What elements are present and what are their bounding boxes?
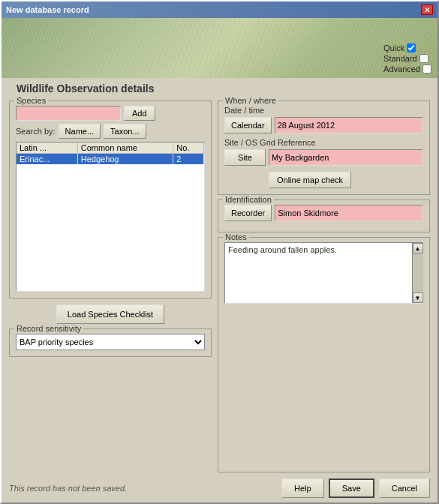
- title-bar: New database record ✕: [2, 2, 437, 18]
- status-text: This record has not been saved.: [9, 484, 127, 493]
- scroll-down-arrow[interactable]: ▼: [413, 292, 423, 303]
- site-button[interactable]: Site: [224, 149, 266, 166]
- close-button[interactable]: ✕: [421, 4, 433, 15]
- action-buttons: Help Save Cancel: [281, 478, 430, 498]
- site-os-label: Site / OS Grid Reference: [224, 138, 423, 147]
- col-common-header: Common name: [77, 142, 173, 154]
- cell-latin: Erinac...: [17, 154, 77, 165]
- notes-scrollbar: ▲ ▼: [412, 243, 422, 303]
- page-title: Wildlife Observation details: [17, 82, 430, 94]
- col-latin-header: Latin ...: [17, 142, 77, 154]
- recorder-button[interactable]: Recorder: [224, 205, 272, 221]
- cancel-button[interactable]: Cancel: [379, 478, 430, 498]
- name-button[interactable]: Name...: [59, 124, 101, 139]
- add-button[interactable]: Add: [124, 106, 155, 121]
- content-area: Wildlife Observation details Species Add…: [2, 78, 437, 502]
- search-by-label: Search by:: [16, 127, 56, 136]
- quick-checkbox-item[interactable]: Quick: [383, 44, 431, 52]
- species-top-row: Add: [16, 106, 205, 121]
- cell-no: 2: [173, 154, 204, 165]
- when-where-group: When / where Date / time Calendar Site /…: [218, 100, 430, 195]
- recorder-row: Recorder: [224, 205, 423, 221]
- sensitivity-group: Record sensitivity BAP priority speciesN…: [9, 328, 212, 357]
- load-species-button[interactable]: Load Species Checklist: [56, 304, 164, 324]
- species-input[interactable]: [16, 106, 121, 121]
- view-checkboxes: Quick Standard Advanced: [383, 44, 431, 74]
- scroll-up-arrow[interactable]: ▲: [413, 243, 423, 254]
- main-window: New database record ✕ Quick Standard Adv…: [0, 0, 439, 504]
- advanced-checkbox-item[interactable]: Advanced: [383, 64, 431, 74]
- standard-checkbox[interactable]: [419, 54, 428, 63]
- species-group: Species Add Search by: Name... Taxon...: [9, 100, 212, 298]
- date-time-label: Date / time: [224, 106, 423, 115]
- standard-checkbox-item[interactable]: Standard: [383, 54, 431, 63]
- sensitivity-select[interactable]: BAP priority speciesNormalSensitiveVery …: [16, 334, 205, 350]
- sensitivity-label: Record sensitivity: [14, 324, 83, 333]
- standard-label: Standard: [383, 54, 417, 63]
- main-panels: Species Add Search by: Name... Taxon...: [9, 100, 430, 472]
- notes-group: Notes Feeding around fallen apples. ▲ ▼: [218, 237, 430, 472]
- scroll-track: [413, 254, 423, 292]
- notes-with-scroll: Feeding around fallen apples. ▲ ▼: [224, 242, 423, 304]
- species-table: Latin ... Common name No. Erinac... Hedg…: [17, 142, 204, 164]
- species-table-container: Latin ... Common name No. Erinac... Hedg…: [16, 142, 205, 292]
- notes-content: Feeding around fallen apples.: [225, 243, 412, 303]
- taxon-button[interactable]: Taxon...: [104, 124, 146, 139]
- left-panel: Species Add Search by: Name... Taxon...: [9, 100, 212, 472]
- advanced-label: Advanced: [383, 64, 420, 74]
- cell-common: Hedgehog: [77, 154, 173, 165]
- when-where-label: When / where: [223, 96, 278, 105]
- header-image: Quick Standard Advanced: [2, 18, 437, 78]
- right-panel: When / where Date / time Calendar Site /…: [218, 100, 430, 472]
- date-input[interactable]: [275, 117, 423, 134]
- identification-group: Identification Recorder: [218, 200, 430, 232]
- notes-label: Notes: [223, 232, 249, 242]
- quick-label: Quick: [383, 44, 404, 52]
- site-input[interactable]: [269, 149, 423, 166]
- table-row[interactable]: Erinac... Hedgehog 2: [17, 154, 204, 165]
- window-title: New database record: [6, 5, 89, 14]
- help-button[interactable]: Help: [281, 478, 324, 498]
- date-row: Calendar: [224, 117, 423, 134]
- col-no-header: No.: [173, 142, 204, 154]
- search-row: Search by: Name... Taxon...: [16, 124, 205, 139]
- site-row: Site: [224, 149, 423, 166]
- advanced-checkbox[interactable]: [422, 64, 431, 74]
- bottom-row: This record has not been saved. Help Sav…: [9, 478, 430, 498]
- load-btn-container: Load Species Checklist: [9, 303, 212, 324]
- save-button[interactable]: Save: [329, 478, 374, 498]
- calendar-button[interactable]: Calendar: [224, 117, 272, 134]
- quick-checkbox[interactable]: [407, 44, 416, 52]
- species-group-label: Species: [14, 96, 48, 105]
- online-map-button[interactable]: Online map check: [269, 172, 351, 188]
- recorder-input[interactable]: [275, 205, 423, 221]
- identification-label: Identification: [223, 195, 274, 204]
